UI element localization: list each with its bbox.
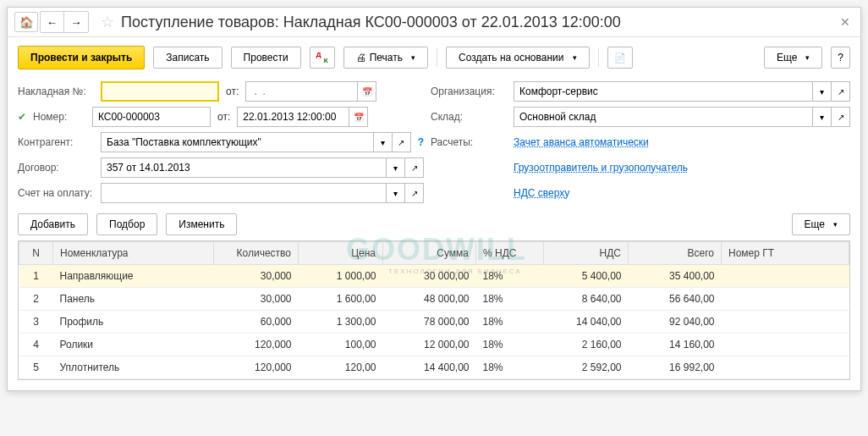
cell-item: Панель [53, 288, 214, 311]
number-label: Номер: [33, 111, 85, 123]
more-button[interactable]: Еще [764, 47, 822, 69]
cell-vat: 2 592,00 [544, 356, 629, 379]
warehouse-input[interactable] [514, 107, 813, 127]
cell-total: 14 160,00 [629, 334, 722, 356]
payacct-input[interactable] [101, 183, 387, 203]
cell-gtd [722, 311, 849, 334]
table-row[interactable]: 2Панель30,0001 600,0048 000,0018%8 640,0… [19, 288, 849, 311]
cell-gtd [722, 288, 849, 311]
favorite-icon[interactable]: ☆ [101, 13, 114, 31]
cell-price: 120,00 [299, 356, 383, 379]
add-row-button[interactable]: Добавить [18, 213, 88, 235]
org-input[interactable] [514, 81, 813, 102]
back-button[interactable]: ← [41, 12, 64, 32]
cell-qty: 30,000 [214, 265, 299, 288]
cell-item: Направляющие [53, 265, 214, 288]
invoice-number-input[interactable] [101, 81, 219, 102]
cell-vat: 14 040,00 [544, 311, 629, 334]
col-price[interactable]: Цена [299, 242, 383, 265]
cell-n: 2 [19, 288, 53, 311]
cell-total: 92 040,00 [629, 311, 722, 334]
contract-open-button[interactable]: ↗ [405, 157, 424, 178]
warehouse-dropdown-button[interactable]: ▾ [813, 107, 832, 127]
col-qty[interactable]: Количество [214, 242, 299, 265]
col-gtd[interactable]: Номер ГТ [722, 242, 849, 265]
cell-n: 3 [19, 311, 53, 334]
cell-sum: 48 000,00 [383, 288, 476, 311]
doc-icon [614, 52, 626, 63]
from1-label: от: [226, 86, 239, 97]
pick-button[interactable]: Подбор [96, 213, 157, 235]
cell-vat: 2 160,00 [544, 334, 629, 356]
table-more-button[interactable]: Еще [792, 213, 850, 235]
doc-button[interactable] [607, 47, 633, 69]
cell-vat: 5 400,00 [544, 265, 629, 288]
cell-total: 16 992,00 [629, 356, 722, 379]
dk-button[interactable] [310, 47, 335, 69]
cell-qty: 30,000 [214, 288, 299, 311]
invoice-label: Накладная №: [18, 86, 94, 97]
contractor-open-button[interactable]: ↗ [393, 132, 411, 152]
contractor-dropdown-button[interactable]: ▾ [374, 132, 393, 152]
cell-n: 4 [19, 334, 53, 356]
payacct-dropdown-button[interactable]: ▾ [387, 183, 405, 203]
window-title: Поступление товаров: Накладная КС00-0000… [121, 14, 837, 31]
cell-vatpct: 18% [476, 356, 544, 379]
cell-gtd [722, 265, 849, 288]
org-dropdown-button[interactable]: ▾ [813, 81, 832, 102]
calc-link[interactable]: Зачет аванса автоматически [514, 136, 649, 148]
col-sum[interactable]: Сумма [383, 242, 476, 265]
forward-button[interactable]: → [64, 12, 88, 32]
col-item[interactable]: Номенклатура [53, 242, 214, 265]
edit-button[interactable]: Изменить [166, 213, 237, 235]
cell-gtd [722, 334, 849, 356]
doc-date-picker-button[interactable]: 📅 [349, 107, 368, 127]
doc-date-input[interactable] [237, 107, 349, 127]
cell-vatpct: 18% [476, 311, 544, 334]
vat-link[interactable]: НДС сверху [514, 187, 569, 199]
contract-dropdown-button[interactable]: ▾ [387, 157, 405, 178]
contract-input[interactable] [101, 157, 387, 178]
col-vat[interactable]: НДС [544, 242, 629, 265]
number-input[interactable] [92, 107, 211, 127]
help-button[interactable]: ? [831, 47, 850, 69]
table-row[interactable]: 1Направляющие30,0001 000,0030 000,0018%5… [19, 265, 849, 288]
cell-n: 5 [19, 356, 53, 379]
cell-total: 35 400,00 [629, 265, 722, 288]
cell-vatpct: 18% [476, 265, 544, 288]
cell-qty: 120,000 [214, 356, 299, 379]
payacct-open-button[interactable]: ↗ [405, 183, 424, 203]
from2-label: от: [217, 111, 230, 123]
col-vatpct[interactable]: % НДС [476, 242, 544, 265]
post-and-close-button[interactable]: Провести и закрыть [18, 46, 145, 69]
cell-item: Ролики [53, 334, 214, 356]
contract-label: Договор: [18, 162, 94, 174]
cell-vatpct: 18% [476, 288, 544, 311]
table-row[interactable]: 5Уплотнитель120,000120,0014 400,0018%2 5… [19, 356, 849, 379]
cell-sum: 78 000,00 [383, 311, 476, 334]
warehouse-open-button[interactable]: ↗ [832, 107, 850, 127]
org-open-button[interactable]: ↗ [832, 81, 850, 102]
posted-flag-icon: ✔ [18, 111, 26, 123]
payacct-label: Счет на оплату: [18, 187, 94, 199]
col-total[interactable]: Всего [629, 242, 722, 265]
save-button[interactable]: Записать [153, 47, 222, 69]
col-n[interactable]: N [19, 242, 53, 265]
create-based-button[interactable]: Создать на основании [446, 47, 590, 69]
cell-item: Профиль [53, 311, 214, 334]
cell-n: 1 [19, 265, 53, 288]
invoice-date-input[interactable] [245, 81, 358, 102]
cell-sum: 14 400,00 [383, 356, 476, 379]
close-icon[interactable]: ✕ [837, 15, 854, 29]
contractor-input[interactable] [101, 132, 374, 152]
cell-vatpct: 18% [476, 334, 544, 356]
home-button[interactable]: 🏠 [14, 12, 38, 32]
table-row[interactable]: 3Профиль60,0001 300,0078 000,0018%14 040… [19, 311, 849, 334]
consignor-link[interactable]: Грузоотправитель и грузополучатель [514, 162, 688, 174]
date-picker-button[interactable]: 📅 [358, 81, 376, 102]
help-icon[interactable]: ? [418, 136, 424, 148]
cell-price: 100,00 [299, 334, 383, 356]
post-button[interactable]: Провести [231, 47, 301, 69]
table-row[interactable]: 4Ролики120,000100,0012 000,0018%2 160,00… [19, 334, 849, 356]
print-button[interactable]: Печать [343, 47, 428, 69]
